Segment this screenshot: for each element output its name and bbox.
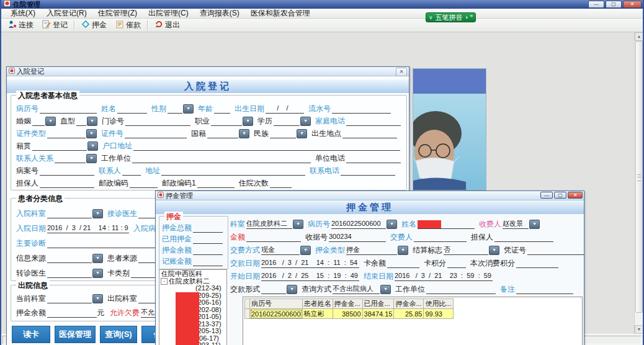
dropdown-icon-病历号[interactable]: ▾ (387, 220, 397, 229)
menu-item-1[interactable]: 入院登记(R) (41, 7, 92, 19)
field-value-科室[interactable]: 住院皮肤科二 (246, 219, 292, 229)
field-value-卡积分[interactable] (447, 258, 466, 268)
column-header-押金余...[interactable]: 押金余... (394, 299, 424, 309)
field-value-押金余额[interactable] (193, 245, 223, 255)
field-value-联系电话[interactable] (341, 166, 395, 176)
field-value-凭证号[interactable] (527, 245, 584, 255)
field-value-交费方式[interactable]: 现金 (261, 245, 300, 255)
menu-item-4[interactable]: 查询报表(S) (194, 7, 245, 19)
admission-close-icon[interactable]: ✕ (396, 68, 407, 76)
field-value-单位电话[interactable] (346, 153, 401, 163)
field-value-交费人[interactable] (414, 232, 467, 242)
field-value-转诊医生[interactable] (47, 268, 92, 278)
field-value-交款形式[interactable] (261, 284, 286, 294)
field-value-担保人[interactable] (40, 178, 94, 188)
field-value-病历号[interactable]: 2016022500600 (331, 219, 386, 229)
field-value-家庭电话[interactable] (346, 116, 401, 126)
restore-button[interactable]: ▢ (606, 1, 622, 8)
field-value-民族[interactable] (270, 128, 296, 138)
dropdown-icon-入院科室[interactable]: ▾ (92, 209, 103, 218)
field-value-记账金额[interactable] (193, 256, 223, 266)
menu-item-2[interactable]: 住院管理(Z) (92, 7, 143, 19)
field-value-工作单位[interactable] (132, 153, 311, 163)
field-value-开始日期[interactable]: 2016 / 2 / 25 15 : 19 : 49 (261, 271, 359, 281)
field-value-邮政编码1[interactable] (197, 178, 235, 188)
field-value-交款日期[interactable]: 2016 / 3 / 21 14 : 11 : 54 (261, 258, 359, 268)
table-cell[interactable]: 25.85 (394, 309, 424, 319)
field-value-金额[interactable] (246, 232, 301, 242)
column-header-病历号[interactable]: 病历号 (250, 299, 303, 309)
field-value-病案号[interactable] (40, 166, 94, 176)
field-value-出生地点[interactable] (342, 128, 397, 138)
field-value-病历号[interactable] (40, 104, 97, 114)
field-value-学历[interactable] (274, 116, 300, 126)
department-tree[interactable]: 住院中西医科-住院皮肤科二(212-34)(209-25)(206-16)(20… (159, 269, 227, 345)
field-value-结算标志[interactable]: 否 (444, 245, 488, 255)
field-value-入院日期[interactable]: 2016 / 3 / 21 14 : 11 : 9 (47, 223, 129, 233)
toolbar-deposit-button[interactable]: 押金 (77, 19, 111, 32)
dropdown-icon-信息来源[interactable]: ▾ (92, 254, 103, 263)
dropdown-icon-性别[interactable]: ▾ (183, 104, 194, 114)
field-value-联系人关系[interactable] (55, 153, 86, 163)
field-value-押金总额[interactable] (193, 223, 223, 233)
toolbar-exit-button[interactable]: 退出 (150, 19, 184, 32)
field-value-押金类型[interactable]: 押金 (346, 245, 397, 255)
table-cell[interactable]: 38474.15 (362, 309, 394, 319)
scroll-thumb[interactable] (635, 41, 643, 313)
scroll-down-icon[interactable]: ▼ (635, 325, 643, 334)
dropdown-icon-籍贯[interactable]: ▾ (87, 141, 98, 151)
field-value-住院次数[interactable] (270, 178, 292, 188)
column-header-已用金...[interactable]: 已用金... (362, 299, 394, 309)
dropdown-icon-科室[interactable]: ▾ (293, 220, 303, 229)
field-value-卡余额[interactable] (387, 258, 419, 268)
field-value-年龄[interactable] (214, 104, 230, 114)
dropdown-icon-查询方式[interactable]: ▾ (380, 285, 391, 294)
dropdown-icon-国籍[interactable]: ▾ (239, 129, 249, 138)
field-value-地址[interactable] (161, 166, 305, 176)
field-value-户口地址[interactable] (133, 141, 400, 151)
field-value-工作单位[interactable] (426, 284, 496, 294)
column-header-患者姓名[interactable]: 患者姓名 (302, 299, 333, 309)
deposit-restore-button[interactable]: ▢ (554, 192, 566, 199)
toolbar-connect-button[interactable]: 连接 (4, 19, 38, 32)
button-查询(S)[interactable]: 查询(S) (100, 326, 137, 343)
field-value-流水号[interactable] (332, 104, 391, 114)
dropdown-icon-证件类型[interactable]: ▾ (86, 129, 97, 138)
field-value-国籍[interactable] (207, 128, 238, 138)
field-value-邮政编码[interactable] (130, 178, 158, 188)
toolbar-register-button[interactable]: 登记 (38, 19, 72, 32)
tree-expander-icon[interactable]: - (161, 278, 168, 285)
field-value-证件类型[interactable] (47, 128, 86, 138)
field-value-收据号[interactable]: 300234 (329, 232, 386, 242)
field-value-备注[interactable] (516, 284, 573, 294)
field-value-入院科室[interactable] (47, 208, 92, 218)
field-value-姓名[interactable] (117, 104, 147, 114)
field-value-结束日期[interactable]: 2016 / 3 / 21 23 : 59 : 59 (395, 271, 493, 281)
menu-item-0[interactable]: 系统(X) (5, 7, 41, 19)
dropdown-icon-联系人关系[interactable]: ▾ (86, 154, 97, 163)
field-value-担保人[interactable] (494, 232, 553, 242)
dropdown-icon-交费方式[interactable]: ▾ (300, 246, 311, 255)
dropdown-icon-结算标志[interactable]: ▾ (489, 246, 499, 255)
field-value-查询方式[interactable]: 不含出院病人 (333, 284, 380, 294)
dropdown-icon-职业[interactable]: ▾ (243, 117, 253, 126)
table-cell[interactable]: 38500 (333, 309, 362, 319)
dropdown-icon-转诊医生[interactable]: ▾ (92, 269, 103, 278)
button-医保管理[interactable]: 医保管理 (55, 326, 96, 343)
table-row[interactable]: 2016022500600杨立彬3850038474.1525.8599.93 (245, 309, 454, 319)
tree-node-住院中西医科[interactable]: 住院中西医科 (159, 270, 226, 277)
minimize-button[interactable]: — (588, 1, 604, 8)
field-value-出生日期[interactable]: / / (266, 104, 304, 114)
field-value-籍贯[interactable] (32, 141, 87, 151)
field-value-门诊号[interactable] (125, 116, 190, 126)
button-读卡[interactable]: 读卡 (12, 326, 50, 343)
dropdown-icon-交款形式[interactable]: ▾ (287, 285, 297, 294)
column-header-押金金...[interactable]: 押金金... (333, 299, 362, 309)
field-value-信息来源[interactable] (47, 253, 92, 263)
dropdown-icon-血型[interactable]: ▾ (87, 117, 97, 126)
field-value-职业[interactable] (211, 116, 242, 126)
tree-leaf-0[interactable]: (212-34) (159, 285, 226, 292)
dropdown-icon-收费人[interactable]: ▾ (529, 220, 540, 229)
vertical-scrollbar[interactable]: ▲ ▼ (634, 32, 643, 334)
column-header-使用比...[interactable]: 使用比... (424, 299, 453, 309)
